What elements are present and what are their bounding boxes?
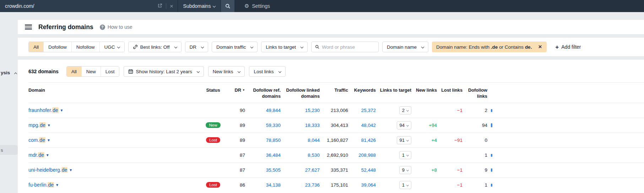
table-row: fraunhofer.de▼ 90 49,844 15,230 213,006 … [28,103,644,118]
col-dofollow-linked[interactable]: Dofollow linked domains [281,83,320,103]
segment-status-lost[interactable]: Lost [101,66,119,76]
domain-caret-icon[interactable]: ▼ [47,138,50,142]
keywords-value[interactable]: 25,372 [361,108,376,113]
col-traffic[interactable]: Traffic [320,83,348,103]
domain-link[interactable]: fraunhofer.de [28,107,59,113]
status-badge: New [206,122,220,128]
links-to-target-filter-button[interactable]: Links to target [261,42,308,52]
dofollow-ref-value[interactable]: 36,484 [266,152,281,158]
keywords-value[interactable]: 52,448 [361,167,376,173]
col-lost-links[interactable]: Lost links [437,83,462,103]
dofollow-linked-value[interactable]: 23,736 [305,182,320,188]
menu-icon[interactable] [25,25,32,30]
links-to-target-select[interactable]: 94 [397,121,411,129]
lost-links-value[interactable]: −1 [457,108,462,113]
domain-caret-icon[interactable]: ▼ [60,108,64,112]
sidebar-partial-section[interactable]: ysis [1,70,17,75]
filter-match-highlight: de [39,137,45,143]
dofollow-linked-value[interactable]: 15,230 [305,108,320,113]
domain-link[interactable]: mpg.de [28,122,46,128]
lost-links-button[interactable]: Lost links [249,66,285,77]
col-keywords[interactable]: Keywords [348,83,376,103]
clear-target-icon[interactable]: × [170,3,173,9]
links-to-target-select[interactable]: 1 [399,181,411,189]
chevron-down-icon [406,109,409,111]
keywords-value[interactable]: 81,426 [361,138,376,143]
word-search-field[interactable] [311,42,379,52]
segment-dofollow[interactable]: Dofollow [43,42,71,52]
dofollow-ref-value[interactable]: 78,850 [266,138,281,143]
new-links-value[interactable]: +94 [429,123,437,128]
domain-name-filter-button[interactable]: Domain name [382,42,428,52]
new-links-value[interactable]: +8 [432,167,437,173]
col-new-links[interactable]: New links [411,83,437,103]
left-rail: ysis s [0,12,18,193]
dr-value: 89 [227,118,245,133]
col-dofollow-links[interactable]: Dofollow links [462,83,487,103]
sidebar-partial-item[interactable]: s [0,145,18,155]
col-dr[interactable]: DR▼ [227,83,245,103]
lost-links-value[interactable]: −1 [457,167,462,173]
search-button[interactable] [221,0,234,12]
dofollow-linked-value[interactable]: 27,627 [305,167,320,173]
traffic-value: 213,006 [320,103,348,118]
mode-dropdown[interactable]: Subdomains [178,0,221,12]
word-search-input[interactable] [322,44,375,50]
target-input[interactable]: crowdin.com/ × [0,0,178,12]
remove-filter-icon[interactable]: × [535,43,545,50]
keywords-value[interactable]: 48,042 [361,123,376,128]
col-links-to-target[interactable]: Links to target [376,83,411,103]
domain-link[interactable]: fu-berlin.de [28,182,54,188]
dofollow-ref-value[interactable]: 34,138 [266,182,281,188]
segment-all[interactable]: All [29,42,43,52]
keywords-value[interactable]: 39,064 [361,182,376,188]
domain-link[interactable]: mdr.de [28,152,44,158]
how-to-use-link[interactable]: ? How to use [100,24,132,30]
dr-filter-button[interactable]: DR [185,42,209,52]
col-domain[interactable]: Domain [28,83,199,103]
lost-links-value[interactable]: −91 [454,138,462,143]
add-filter-button[interactable]: + Add filter [555,44,581,50]
filter-match-highlight: de [48,182,54,188]
segment-status-all[interactable]: All [67,66,81,76]
links-to-target-select[interactable]: 91 [397,136,411,144]
keywords-value[interactable]: 208,988 [358,152,376,158]
traffic-value: 1,160,827 [320,133,348,148]
dofollow-linked-value[interactable]: 8,044 [308,138,320,143]
segment-ugc[interactable]: UGC [99,42,124,52]
dr-value: 86 [227,177,245,192]
domain-caret-icon[interactable]: ▼ [46,153,49,157]
dofollow-ref-value[interactable]: 49,844 [266,108,281,113]
settings-button[interactable]: ⚙ Settings [244,0,270,12]
links-to-target-select[interactable]: 9 [399,166,411,174]
new-links-button[interactable]: New links [208,66,245,77]
links-to-target-select[interactable]: 2 [399,106,411,114]
domain-caret-icon[interactable]: ▼ [55,183,59,187]
segment-status-new[interactable]: New [81,66,101,76]
domain-caret-icon[interactable]: ▼ [69,168,72,172]
chevron-up-icon [14,73,17,75]
dofollow-ref-value[interactable]: 35,505 [266,167,281,173]
links-to-target-select[interactable]: 1 [399,151,411,159]
search-icon [225,4,231,9]
best-links-button[interactable]: Best links: Off [128,42,182,52]
domain-link[interactable]: uni-heidelberg.de [28,167,67,173]
dofollow-linked-value[interactable]: 18,333 [305,123,320,128]
dofollow-ref-value[interactable]: 59,330 [266,123,281,128]
col-status[interactable]: Status [199,83,227,103]
col-dofollow-ref[interactable]: Dofollow ref. domains [245,83,281,103]
results-toolbar: 632 domains All New Lost Show history: L… [28,66,644,83]
lost-links-value[interactable]: −1 [457,182,462,188]
new-links-value[interactable]: +4 [432,138,437,143]
table-row: fu-berlin.de▼ Lost 86 34,138 23,736 175,… [28,177,644,192]
mode-label: Subdomains [183,3,211,9]
segment-nofollow[interactable]: Nofollow [71,42,99,52]
domain-caret-icon[interactable]: ▼ [47,123,51,127]
settings-label: Settings [252,3,270,9]
open-in-new-icon[interactable] [157,3,162,9]
domain-traffic-filter-button[interactable]: Domain traffic [212,42,258,52]
results-count: 632 domains [28,69,59,74]
domain-link[interactable]: com.de [28,137,45,143]
show-history-button[interactable]: Show history: Last 2 years [124,66,204,77]
dofollow-linked-value[interactable]: 8,530 [308,152,320,158]
